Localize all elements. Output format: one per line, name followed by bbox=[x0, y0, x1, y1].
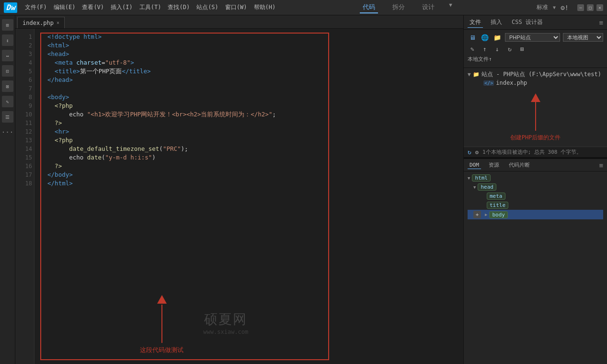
content-area: index.php × 12345 678910 1112131415 1617… bbox=[15, 15, 607, 364]
code-line-11: ?> bbox=[40, 119, 458, 127]
dom-row-html[interactable]: ▼ html bbox=[468, 173, 603, 182]
right-tab-insert[interactable]: 插入 bbox=[489, 17, 504, 27]
file-tree: ▼ 📁 站点 - PHP站点 (F:\AppServ\www\test) </>… bbox=[464, 68, 607, 89]
title-spacer bbox=[479, 202, 485, 209]
code-line-16: ?> bbox=[40, 162, 458, 171]
right-panel-menu-icon[interactable]: ≡ bbox=[599, 19, 603, 26]
php-file-icon: </> bbox=[483, 80, 494, 86]
file-panel-icon-computer[interactable]: 🖥 bbox=[468, 33, 477, 42]
dom-add-button[interactable]: + bbox=[473, 211, 481, 218]
body-expand-icon[interactable]: ▶ bbox=[485, 212, 487, 217]
site-folder-icon: 📁 bbox=[473, 71, 480, 78]
menu-site[interactable]: 站点(S) bbox=[196, 3, 218, 11]
head-collapse-icon[interactable]: ▼ bbox=[473, 185, 476, 190]
sidebar-icon-insert[interactable]: ↔ bbox=[2, 50, 13, 61]
menu-tools[interactable]: 工具(T) bbox=[139, 3, 161, 11]
file-panel-row-1: 🖥 🌐 📁 PHP站点 本地视图 bbox=[468, 33, 603, 42]
file-icon-new[interactable]: ✎ bbox=[468, 44, 477, 54]
right-panel: 文件 插入 CSS 设计器 ≡ 🖥 🌐 📁 PHP站点 本地视图 bbox=[463, 15, 607, 364]
dom-tab-snippets[interactable]: 代码片断 bbox=[507, 161, 532, 169]
title-bar: Dw 文件(F) 编辑(E) 查看(V) 插入(I) 工具(T) 查找(D) 站… bbox=[0, 0, 607, 15]
view-dropdown[interactable]: 本地视图 bbox=[563, 33, 603, 42]
right-tab-files[interactable]: 文件 bbox=[468, 17, 483, 28]
code-line-18: </html> bbox=[40, 179, 458, 188]
file-panel-icon-remote[interactable]: 🌐 bbox=[480, 33, 490, 42]
file-icon-refresh[interactable]: ↻ bbox=[505, 44, 515, 54]
menu-view[interactable]: 查看(V) bbox=[82, 3, 104, 11]
dom-panel: DOM 资源 代码片断 ≡ ▼ html ▼ head bbox=[464, 159, 607, 364]
dom-content: ▼ html ▼ head meta bbox=[464, 171, 607, 364]
right-tab-css[interactable]: CSS 设计器 bbox=[510, 17, 545, 27]
menu-window[interactable]: 窗口(W) bbox=[225, 3, 247, 11]
right-arrow-up bbox=[531, 93, 540, 102]
file-panel-icon-folder[interactable]: 📁 bbox=[492, 33, 502, 42]
dom-tab-resources[interactable]: 资源 bbox=[487, 161, 501, 169]
status-gear-icon[interactable]: ⚙ bbox=[475, 149, 479, 156]
code-line-1: <!doctype html> bbox=[40, 33, 458, 41]
index-file-item[interactable]: </> index.php bbox=[468, 79, 603, 87]
code-line-12: <hr> bbox=[40, 127, 458, 136]
menu-bar: 文件(F) 编辑(E) 查看(V) 插入(I) 工具(T) 查找(D) 站点(S… bbox=[25, 3, 275, 11]
meta-tag: meta bbox=[487, 193, 505, 200]
dom-row-body[interactable]: + ▶ body bbox=[468, 210, 603, 219]
html-collapse-icon[interactable]: ▼ bbox=[468, 176, 470, 181]
tab-bar: index.php × bbox=[15, 15, 463, 29]
site-collapse-icon[interactable]: ▼ bbox=[468, 71, 471, 78]
dom-panel-menu-icon[interactable]: ≡ bbox=[599, 161, 603, 169]
tab-design[interactable]: 设计 bbox=[419, 2, 437, 13]
sidebar-icon-dom[interactable]: ☰ bbox=[2, 111, 13, 123]
file-panel-row-2: ✎ ↑ ↓ ↻ ⊞ bbox=[468, 44, 603, 54]
close-button[interactable]: ✕ bbox=[596, 4, 603, 11]
minimize-button[interactable]: — bbox=[577, 4, 584, 11]
dom-row-head[interactable]: ▼ head bbox=[468, 182, 603, 192]
main-layout: ⊞ ↕ ↔ ⊡ ⊠ ✎ ☰ ··· index.php × 12345 bbox=[0, 15, 607, 364]
design-dropdown-arrow[interactable]: ▼ bbox=[449, 2, 452, 13]
site-root-item[interactable]: ▼ 📁 站点 - PHP站点 (F:\AppServ\www\test) bbox=[468, 70, 603, 79]
tab-split[interactable]: 拆分 bbox=[389, 2, 408, 13]
menu-file[interactable]: 文件(F) bbox=[25, 3, 47, 11]
line-numbers: 12345 678910 1112131415 161718 bbox=[15, 29, 34, 364]
code-line-5: <title>第一个PHP页面</title> bbox=[40, 67, 458, 76]
dw-logo: Dw bbox=[4, 2, 17, 13]
sidebar-icon-files[interactable]: ⊞ bbox=[2, 19, 13, 31]
file-tab-name: index.php bbox=[23, 20, 54, 26]
code-view[interactable]: 12345 678910 1112131415 161718 <!doctype… bbox=[15, 29, 463, 364]
sidebar-icon-css[interactable]: ⊡ bbox=[2, 65, 13, 77]
code-content[interactable]: <!doctype html> <html> <head> <meta char… bbox=[34, 29, 463, 364]
sidebar-icon-snippets[interactable]: ✎ bbox=[2, 96, 13, 107]
meta-spacer bbox=[479, 193, 485, 200]
dom-row-meta[interactable]: meta bbox=[468, 192, 603, 201]
sidebar-more[interactable]: ··· bbox=[1, 128, 13, 136]
code-line-3: <head> bbox=[40, 50, 458, 58]
file-icon-download[interactable]: ↓ bbox=[492, 44, 502, 54]
dom-row-title[interactable]: title bbox=[468, 201, 603, 210]
sidebar-icon-assets[interactable]: ↕ bbox=[2, 34, 13, 46]
menu-find[interactable]: 查找(D) bbox=[168, 3, 190, 11]
editor-area: index.php × 12345 678910 1112131415 1617… bbox=[15, 15, 463, 364]
menu-help[interactable]: 帮助(H) bbox=[254, 3, 276, 11]
index-file-label: index.php bbox=[496, 80, 527, 86]
tab-code[interactable]: 代码 bbox=[360, 2, 378, 13]
file-panel: 🖥 🌐 📁 PHP站点 本地视图 ✎ ↑ ↓ ↻ ⊞ bbox=[464, 30, 607, 68]
maximize-button[interactable]: □ bbox=[587, 4, 594, 11]
sidebar-icon-behaviors[interactable]: ⊠ bbox=[2, 80, 13, 92]
menu-insert[interactable]: 插入(I) bbox=[111, 3, 133, 11]
mode-dropdown[interactable]: ▼ bbox=[553, 5, 556, 10]
code-line-2: <html> bbox=[40, 41, 458, 50]
menu-edit[interactable]: 编辑(E) bbox=[54, 3, 76, 11]
status-bar: ↻ ⚙ 1个本地项目被选中; 总共 308 个字节。 bbox=[464, 147, 607, 157]
file-icon-upload[interactable]: ↑ bbox=[480, 44, 490, 54]
title-tag: title bbox=[487, 202, 508, 209]
local-files-label: 本地文件↑ bbox=[468, 56, 603, 63]
dom-tab-dom[interactable]: DOM bbox=[468, 161, 481, 169]
settings-icon[interactable]: ⚙! bbox=[561, 4, 569, 11]
code-line-10: echo "<h1>欢迎学习PHP网站开发！<br><h2>当前系统时间为：</… bbox=[40, 110, 458, 119]
file-icon-sync[interactable]: ⊞ bbox=[517, 44, 527, 54]
site-dropdown[interactable]: PHP站点 bbox=[505, 33, 560, 42]
status-text: 1个本地项目被选中; 总共 308 个字节。 bbox=[482, 148, 582, 156]
file-tab-index[interactable]: index.php × bbox=[17, 17, 65, 28]
file-tab-close[interactable]: × bbox=[57, 20, 59, 25]
status-refresh-icon[interactable]: ↻ bbox=[468, 148, 471, 156]
code-line-6: </head> bbox=[40, 76, 458, 84]
view-mode-tabs: 代码 拆分 设计 ▼ bbox=[360, 2, 452, 13]
